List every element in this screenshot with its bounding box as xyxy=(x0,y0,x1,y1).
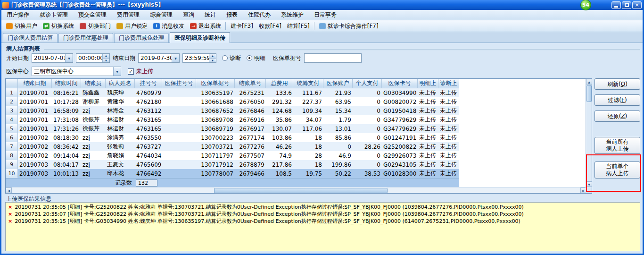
vertical-scrollbar[interactable]: ▲ ▼ xyxy=(586,79,592,187)
tab-fee-settlement[interactable]: 门诊病人费用结算 xyxy=(3,33,58,42)
button-upload-all-patients[interactable]: 当前所有病人上传 xyxy=(594,137,640,154)
toolbar-switch-system[interactable]: ⇄切换系统 xyxy=(40,21,77,31)
toolbar-card-ops-f7[interactable]: 就诊卡综合操作[F7] xyxy=(316,21,381,31)
menu-item-system-maintenance[interactable]: 系统维护 xyxy=(276,10,309,20)
table-row[interactable]: 42019070117:31:08徐振芹林运财47631651306897082… xyxy=(6,115,459,124)
cell-yb-account: 63.95 xyxy=(323,97,353,106)
toolbar-switch-dept[interactable]: 切换部门 xyxy=(77,21,114,31)
scroll-down-icon[interactable]: ▼ xyxy=(586,181,592,187)
button-refresh[interactable]: 刷新(Q) xyxy=(594,78,640,90)
cell-diag-upload: 未上传 xyxy=(438,160,459,169)
toolbar-label: 结算[F5] xyxy=(287,22,310,30)
spin-up-icon[interactable]: ▲ xyxy=(103,54,109,59)
header-detail-upload[interactable]: 明细上 xyxy=(418,79,438,88)
table-row[interactable]: 62019070208:18:30zzj涂满秀47635501307002232… xyxy=(6,133,459,142)
start-date-combo[interactable]: 2019-07-01 ▼ xyxy=(32,53,73,63)
menu-item-statistics[interactable]: 统计 xyxy=(199,10,221,20)
tab-fee-discount[interactable]: 门诊费用优惠处理 xyxy=(58,33,113,42)
bill-no-input[interactable] xyxy=(304,53,362,63)
exit-icon: → xyxy=(190,23,197,29)
table-row[interactable]: 82019070209:14:04zzj詹晓娟47640341307117972… xyxy=(6,151,459,160)
header-yb-account[interactable]: 医保账户 xyxy=(323,79,353,88)
cell-detail-upload: 未上传 xyxy=(418,124,438,133)
menu-item-prepay-mgmt[interactable]: 预交金管理 xyxy=(73,10,112,20)
grid-footer: 记录数 132 xyxy=(6,178,459,187)
menu-item-comprehensive-mgmt[interactable]: 综合管理 xyxy=(145,10,178,20)
header-yb-reg-no[interactable]: 医保挂号号 xyxy=(162,79,196,88)
menu-item-inpatient-agency[interactable]: 住院代办 xyxy=(243,10,276,20)
close-button[interactable]: × xyxy=(632,1,642,9)
tab-fee-reduction[interactable]: 门诊费用减免处理 xyxy=(114,33,169,42)
toolbar-collect-f4[interactable]: 收款[F4] xyxy=(256,21,284,31)
cell-detail-upload: 未上传 xyxy=(418,97,438,106)
toolbar-settle-f5[interactable]: 结算[F5] xyxy=(284,21,313,31)
tab-yb-detail-upload[interactable]: 医保明细及诊断补传 xyxy=(170,32,230,43)
toolbar-label: 消息收发 xyxy=(162,22,184,30)
radio-diagnosis[interactable]: 诊断 xyxy=(222,54,241,62)
header-patient-name[interactable]: 病人姓名 xyxy=(106,79,135,88)
header-checkout-no[interactable]: 结账单号 xyxy=(235,79,266,88)
cell-checkout-date: 20190703 xyxy=(18,169,52,178)
menu-item-query[interactable]: 查询 xyxy=(178,10,199,20)
start-date-label: 开始日期 xyxy=(6,54,29,62)
menu-item-visit-card-mgmt[interactable]: 就诊卡管理 xyxy=(34,10,73,20)
header-checkout-time[interactable]: 结账时间 xyxy=(52,79,81,88)
table-row[interactable]: 72019070208:36:42zzj张雅莉47637271307037212… xyxy=(6,142,459,151)
toolbar-messages[interactable]: i消息收发 xyxy=(150,21,187,31)
cell-personal-pay: 0 xyxy=(353,115,382,124)
toolbar-lock-user[interactable]: 用户锁定 xyxy=(114,21,150,31)
button-upload-single-patient[interactable]: 当前单个病人上传 xyxy=(594,162,640,178)
menu-item-fee-mgmt[interactable]: 费用管理 xyxy=(112,10,145,20)
horizontal-scroll-thumb[interactable] xyxy=(214,188,388,193)
header-reg-no[interactable]: 挂号号 xyxy=(135,79,162,88)
end-time-spinner[interactable]: 23:59:59 ▲▼ xyxy=(182,53,216,63)
record-count-value: 132 xyxy=(136,179,157,187)
radio-unchecked-icon xyxy=(222,55,228,61)
chevron-down-icon[interactable]: ▼ xyxy=(65,54,73,62)
spin-up-icon[interactable]: ▲ xyxy=(209,54,216,59)
header-yb-bill-no[interactable]: 医保单据号 xyxy=(196,79,235,88)
cell-checkout-no: 2677174 xyxy=(235,133,266,142)
button-filter[interactable]: 过滤(F) xyxy=(594,94,640,106)
toolbar-switch-user[interactable]: 切换用户 xyxy=(3,21,40,31)
table-row[interactable]: 92019070308:04:17zzj王夏文47656091307179122… xyxy=(6,160,459,169)
header-pooled-pay[interactable]: 统筹支付 xyxy=(293,79,323,88)
scroll-left-icon[interactable]: ◀ xyxy=(6,187,12,193)
chevron-down-icon[interactable]: ▼ xyxy=(113,67,121,76)
end-date-combo[interactable]: 2019-07-30 ▼ xyxy=(138,53,180,63)
not-uploaded-checkbox[interactable]: ✓ 未上传 xyxy=(128,68,153,76)
cell-personal-pay: 0 xyxy=(353,160,382,169)
spin-down-icon[interactable]: ▼ xyxy=(103,59,109,63)
header-operator[interactable]: 结账员 xyxy=(81,79,106,88)
header-diag-upload[interactable]: 诊断上 xyxy=(438,79,459,88)
button-restore[interactable]: 还原(Z) xyxy=(594,110,640,122)
spin-down-icon[interactable]: ▼ xyxy=(209,59,216,63)
radio-checked-icon xyxy=(247,55,252,61)
menu-item-user-ops[interactable]: 用户操作 xyxy=(1,10,34,20)
cell-operator: zzj xyxy=(81,160,106,169)
row-number: 4 xyxy=(6,115,18,124)
header-checkout-date[interactable]: 结账日期 xyxy=(18,79,52,88)
header-personal-pay[interactable]: 个人支付 xyxy=(353,79,382,88)
scroll-up-icon[interactable]: ▲ xyxy=(586,79,592,85)
start-time-spinner[interactable]: 00:00:00 ▲▼ xyxy=(76,53,110,63)
yb-center-combo[interactable]: 三明市医保中心 ▼ xyxy=(32,67,121,76)
menu-item-daily-affairs[interactable]: 日常事务 xyxy=(309,10,342,20)
menu-item-reports[interactable]: 报表 xyxy=(221,10,243,20)
vertical-scroll-thumb[interactable] xyxy=(586,85,592,102)
minimize-button[interactable] xyxy=(611,1,621,9)
restore-button[interactable] xyxy=(622,1,631,9)
radio-detail[interactable]: 明细 xyxy=(247,54,265,62)
header-total-fee[interactable]: 总费用 xyxy=(266,79,293,88)
table-row[interactable]: 102019070310:01:13zzj邱木花4766492130778007… xyxy=(6,169,459,178)
horizontal-scrollbar[interactable]: ◀ ▶ xyxy=(6,187,586,193)
toolbar-new-card-f3[interactable]: 建卡[F3] xyxy=(228,21,256,31)
table-row[interactable]: 22019070110:17:28谢柳屏黄建华47621801306616882… xyxy=(6,97,459,106)
table-row[interactable]: 12019070108:16:21陈鑫鑫魏庆坤47609791306351972… xyxy=(6,88,459,97)
header-yb-card-no[interactable]: 医保卡号 xyxy=(382,79,418,88)
end-date-label: 结束日期 xyxy=(113,54,135,62)
table-row[interactable]: 52019070117:31:26徐振芹林运财47631651306897192… xyxy=(6,124,459,133)
toolbar-exit-system[interactable]: →退出系统 xyxy=(187,21,224,31)
chevron-down-icon[interactable]: ▼ xyxy=(172,54,179,62)
table-row[interactable]: 32019070116:58:09zzj林海金47631121306876522… xyxy=(6,106,459,115)
